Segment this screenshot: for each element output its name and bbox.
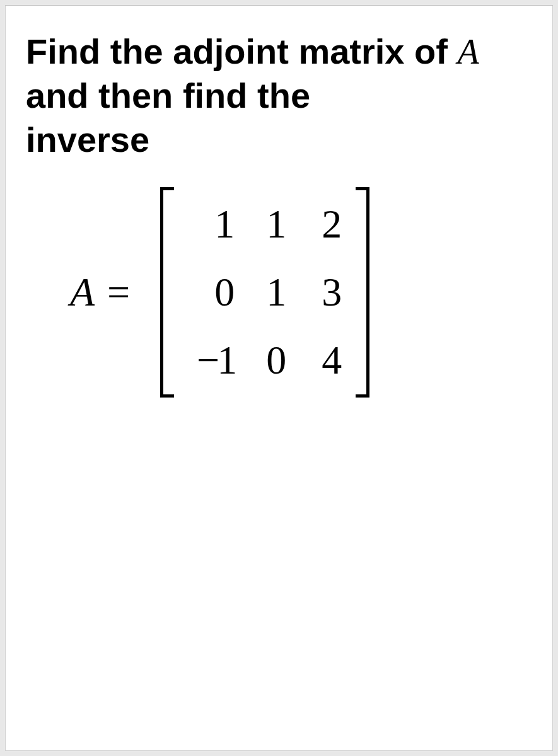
equals-sign: = bbox=[107, 269, 130, 316]
bracket-right-icon bbox=[356, 187, 369, 398]
matrix-cell-r1c1: 1 bbox=[184, 201, 235, 248]
matrix-cell-r2c2: 1 bbox=[262, 269, 290, 316]
document-page: Find the adjoint matrix of A and then fi… bbox=[5, 5, 553, 751]
question-part-3: inverse bbox=[26, 120, 149, 159]
matrix-cell-r3c2: 0 bbox=[262, 337, 290, 384]
matrix-cell-r2c1: 0 bbox=[184, 269, 235, 316]
matrix-wrapper: 1 1 2 0 1 3 −1 0 4 bbox=[160, 187, 369, 398]
matrix-cell-r3c1: −1 bbox=[184, 337, 235, 384]
matrix-cell-r1c3: 2 bbox=[318, 201, 346, 248]
bracket-left-icon bbox=[160, 187, 174, 398]
matrix-cell-r1c2: 1 bbox=[262, 201, 290, 248]
matrix-cell-r3c3: 4 bbox=[318, 337, 346, 384]
matrix-variable-label: A bbox=[70, 269, 95, 316]
matrix-grid: 1 1 2 0 1 3 −1 0 4 bbox=[174, 187, 356, 398]
matrix-equation: A = 1 1 2 0 1 3 −1 0 4 bbox=[26, 187, 532, 398]
question-prompt: Find the adjoint matrix of A and then fi… bbox=[26, 30, 532, 162]
question-part-2: and then find the bbox=[26, 76, 310, 115]
question-part-1: Find the adjoint matrix of bbox=[26, 32, 448, 71]
matrix-cell-r2c3: 3 bbox=[318, 269, 346, 316]
question-variable: A bbox=[457, 32, 479, 71]
